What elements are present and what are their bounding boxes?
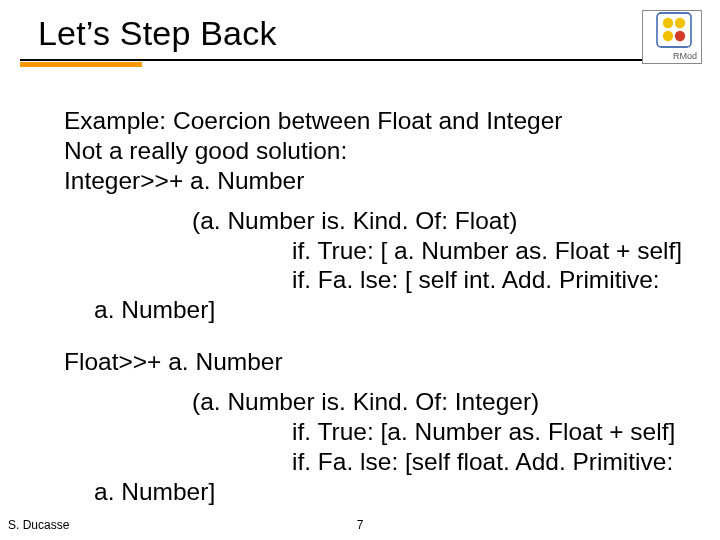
footer-page-number: 7 [0,518,720,532]
intro-line-2: Not a really good solution: [64,136,690,166]
rmod-logo: RMod [642,10,702,64]
float-header: Float>>+ a. Number [64,347,690,377]
block2-test: (a. Number is. Kind. Of: Integer) [64,387,690,417]
slide: Let’s Step Back RMod Example: Coercion b… [0,0,720,540]
intro-line-3: Integer>>+ a. Number [64,166,690,196]
block2-close: a. Number] [64,477,690,507]
title-area: Let’s Step Back [38,14,640,65]
block1-test: (a. Number is. Kind. Of: Float) [64,206,690,236]
slide-title: Let’s Step Back [38,14,640,53]
block1-true: if. True: [ a. Number as. Float + self] [64,236,690,266]
title-underline [20,59,650,65]
underline-orange [20,62,142,67]
svg-point-2 [675,18,685,28]
block1-false: if. Fa. lse: [ self int. Add. Primitive: [64,265,690,295]
svg-rect-0 [657,13,691,47]
svg-point-3 [663,31,673,41]
svg-point-1 [663,18,673,28]
svg-point-4 [675,31,685,41]
rmod-logo-icon [643,11,701,51]
underline-black [20,59,650,61]
block2-true: if. True: [a. Number as. Float + self] [64,417,690,447]
intro-line-1: Example: Coercion between Float and Inte… [64,106,690,136]
block1-close: a. Number] [64,295,690,325]
logo-label: RMod [673,51,697,61]
slide-body: Example: Coercion between Float and Inte… [64,106,690,507]
block2-false: if. Fa. lse: [self float. Add. Primitive… [64,447,690,477]
